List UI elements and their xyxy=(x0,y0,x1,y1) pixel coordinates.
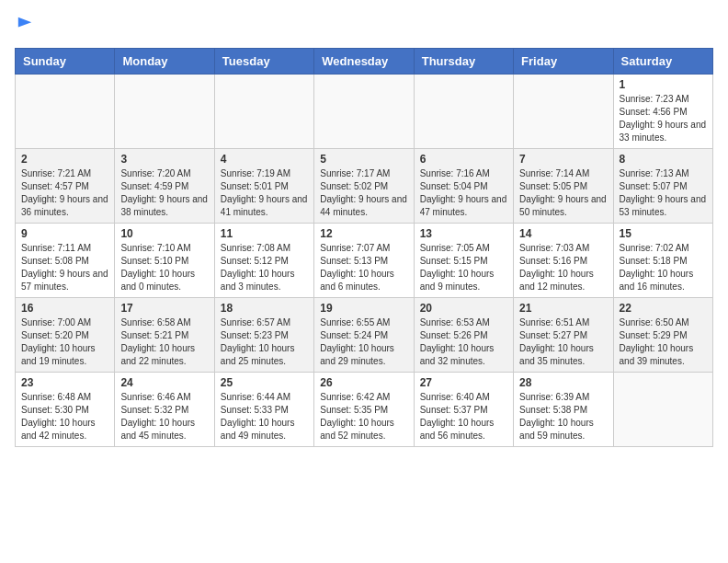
day-info: Sunrise: 7:10 AM Sunset: 5:10 PM Dayligh… xyxy=(120,242,208,293)
day-info: Sunrise: 6:44 AM Sunset: 5:33 PM Dayligh… xyxy=(221,391,308,442)
day-number: 23 xyxy=(21,376,108,389)
day-info: Sunrise: 7:07 AM Sunset: 5:13 PM Dayligh… xyxy=(320,242,407,293)
day-number: 8 xyxy=(620,153,707,166)
calendar-cell xyxy=(214,75,313,149)
day-info: Sunrise: 7:14 AM Sunset: 5:05 PM Dayligh… xyxy=(519,167,607,219)
calendar-cell: 22Sunrise: 6:50 AM Sunset: 5:29 PM Dayli… xyxy=(613,298,712,373)
day-info: Sunrise: 7:20 AM Sunset: 4:59 PM Dayligh… xyxy=(120,167,208,219)
weekday-header-monday: Monday xyxy=(115,49,214,75)
weekday-header-thursday: Thursday xyxy=(414,49,513,75)
day-info: Sunrise: 7:05 AM Sunset: 5:15 PM Dayligh… xyxy=(420,242,507,293)
day-info: Sunrise: 7:21 AM Sunset: 4:57 PM Dayligh… xyxy=(21,167,108,219)
day-number: 20 xyxy=(420,302,507,315)
calendar-cell: 7Sunrise: 7:14 AM Sunset: 5:05 PM Daylig… xyxy=(514,149,613,224)
day-number: 15 xyxy=(620,227,707,240)
calendar-cell: 14Sunrise: 7:03 AM Sunset: 5:16 PM Dayli… xyxy=(514,224,613,298)
day-info: Sunrise: 7:11 AM Sunset: 5:08 PM Dayligh… xyxy=(21,242,108,293)
logo xyxy=(15,15,33,37)
calendar-cell: 17Sunrise: 6:58 AM Sunset: 5:21 PM Dayli… xyxy=(115,298,214,373)
calendar-cell: 27Sunrise: 6:40 AM Sunset: 5:37 PM Dayli… xyxy=(414,373,513,447)
day-info: Sunrise: 6:39 AM Sunset: 5:38 PM Dayligh… xyxy=(519,391,607,442)
day-info: Sunrise: 7:23 AM Sunset: 4:56 PM Dayligh… xyxy=(620,93,707,144)
calendar-cell: 12Sunrise: 7:07 AM Sunset: 5:13 PM Dayli… xyxy=(314,224,414,298)
day-info: Sunrise: 6:51 AM Sunset: 5:27 PM Dayligh… xyxy=(519,316,607,368)
weekday-header-sunday: Sunday xyxy=(16,49,115,75)
weekday-header-tuesday: Tuesday xyxy=(214,49,313,75)
calendar-cell: 8Sunrise: 7:13 AM Sunset: 5:07 PM Daylig… xyxy=(613,149,712,224)
day-info: Sunrise: 6:53 AM Sunset: 5:26 PM Dayligh… xyxy=(420,316,507,368)
calendar-cell: 1Sunrise: 7:23 AM Sunset: 4:56 PM Daylig… xyxy=(613,75,712,149)
svg-marker-0 xyxy=(18,17,31,28)
day-info: Sunrise: 6:42 AM Sunset: 5:35 PM Dayligh… xyxy=(320,391,407,442)
calendar-cell xyxy=(613,373,712,447)
calendar-cell: 9Sunrise: 7:11 AM Sunset: 5:08 PM Daylig… xyxy=(16,224,115,298)
day-number: 7 xyxy=(519,153,607,166)
calendar-header-row: SundayMondayTuesdayWednesdayThursdayFrid… xyxy=(16,49,713,75)
calendar-cell: 3Sunrise: 7:20 AM Sunset: 4:59 PM Daylig… xyxy=(115,149,214,224)
calendar-cell: 13Sunrise: 7:05 AM Sunset: 5:15 PM Dayli… xyxy=(414,224,513,298)
calendar-week-3: 9Sunrise: 7:11 AM Sunset: 5:08 PM Daylig… xyxy=(16,224,713,298)
day-number: 12 xyxy=(320,227,407,240)
day-number: 11 xyxy=(221,227,308,240)
logo-flag-icon xyxy=(17,16,33,32)
day-info: Sunrise: 6:57 AM Sunset: 5:23 PM Dayligh… xyxy=(221,316,308,368)
calendar-cell: 19Sunrise: 6:55 AM Sunset: 5:24 PM Dayli… xyxy=(314,298,414,373)
calendar-cell: 5Sunrise: 7:17 AM Sunset: 5:02 PM Daylig… xyxy=(314,149,414,224)
calendar-cell: 10Sunrise: 7:10 AM Sunset: 5:10 PM Dayli… xyxy=(115,224,214,298)
day-number: 28 xyxy=(519,376,607,389)
page-header xyxy=(15,15,713,37)
day-number: 5 xyxy=(320,153,407,166)
day-info: Sunrise: 7:16 AM Sunset: 5:04 PM Dayligh… xyxy=(420,167,507,219)
day-number: 1 xyxy=(620,78,707,91)
day-info: Sunrise: 6:48 AM Sunset: 5:30 PM Dayligh… xyxy=(21,391,108,442)
day-number: 14 xyxy=(519,227,607,240)
day-number: 13 xyxy=(420,227,507,240)
calendar-cell: 23Sunrise: 6:48 AM Sunset: 5:30 PM Dayli… xyxy=(16,373,115,447)
calendar-week-5: 23Sunrise: 6:48 AM Sunset: 5:30 PM Dayli… xyxy=(16,373,713,447)
calendar-table: SundayMondayTuesdayWednesdayThursdayFrid… xyxy=(15,48,713,447)
day-number: 21 xyxy=(519,302,607,315)
calendar-week-1: 1Sunrise: 7:23 AM Sunset: 4:56 PM Daylig… xyxy=(16,75,713,149)
calendar-cell: 11Sunrise: 7:08 AM Sunset: 5:12 PM Dayli… xyxy=(214,224,313,298)
logo-text xyxy=(15,15,33,37)
day-number: 24 xyxy=(120,376,208,389)
day-number: 17 xyxy=(120,302,208,315)
day-number: 27 xyxy=(420,376,507,389)
day-number: 4 xyxy=(221,153,308,166)
day-number: 2 xyxy=(21,153,108,166)
day-number: 19 xyxy=(320,302,407,315)
day-number: 18 xyxy=(221,302,308,315)
day-info: Sunrise: 6:40 AM Sunset: 5:37 PM Dayligh… xyxy=(420,391,507,442)
calendar-cell xyxy=(314,75,414,149)
calendar-cell: 25Sunrise: 6:44 AM Sunset: 5:33 PM Dayli… xyxy=(214,373,313,447)
calendar-cell xyxy=(16,75,115,149)
calendar-cell xyxy=(514,75,613,149)
day-info: Sunrise: 6:55 AM Sunset: 5:24 PM Dayligh… xyxy=(320,316,407,368)
day-number: 22 xyxy=(620,302,707,315)
weekday-header-friday: Friday xyxy=(514,49,613,75)
day-number: 6 xyxy=(420,153,507,166)
calendar-cell: 26Sunrise: 6:42 AM Sunset: 5:35 PM Dayli… xyxy=(314,373,414,447)
day-number: 3 xyxy=(120,153,208,166)
day-number: 10 xyxy=(120,227,208,240)
day-info: Sunrise: 7:19 AM Sunset: 5:01 PM Dayligh… xyxy=(221,167,308,219)
calendar-cell: 24Sunrise: 6:46 AM Sunset: 5:32 PM Dayli… xyxy=(115,373,214,447)
day-info: Sunrise: 7:00 AM Sunset: 5:20 PM Dayligh… xyxy=(21,316,108,368)
calendar-cell: 15Sunrise: 7:02 AM Sunset: 5:18 PM Dayli… xyxy=(613,224,712,298)
calendar-cell: 4Sunrise: 7:19 AM Sunset: 5:01 PM Daylig… xyxy=(214,149,313,224)
calendar-week-4: 16Sunrise: 7:00 AM Sunset: 5:20 PM Dayli… xyxy=(16,298,713,373)
weekday-header-wednesday: Wednesday xyxy=(314,49,414,75)
calendar-cell: 2Sunrise: 7:21 AM Sunset: 4:57 PM Daylig… xyxy=(16,149,115,224)
day-info: Sunrise: 7:17 AM Sunset: 5:02 PM Dayligh… xyxy=(320,167,407,219)
day-number: 26 xyxy=(320,376,407,389)
day-info: Sunrise: 6:58 AM Sunset: 5:21 PM Dayligh… xyxy=(120,316,208,368)
day-number: 9 xyxy=(21,227,108,240)
calendar-cell: 21Sunrise: 6:51 AM Sunset: 5:27 PM Dayli… xyxy=(514,298,613,373)
day-info: Sunrise: 7:13 AM Sunset: 5:07 PM Dayligh… xyxy=(620,167,707,219)
day-info: Sunrise: 6:46 AM Sunset: 5:32 PM Dayligh… xyxy=(120,391,208,442)
day-number: 25 xyxy=(221,376,308,389)
calendar-cell: 16Sunrise: 7:00 AM Sunset: 5:20 PM Dayli… xyxy=(16,298,115,373)
calendar-week-2: 2Sunrise: 7:21 AM Sunset: 4:57 PM Daylig… xyxy=(16,149,713,224)
calendar-cell xyxy=(115,75,214,149)
calendar-cell: 18Sunrise: 6:57 AM Sunset: 5:23 PM Dayli… xyxy=(214,298,313,373)
